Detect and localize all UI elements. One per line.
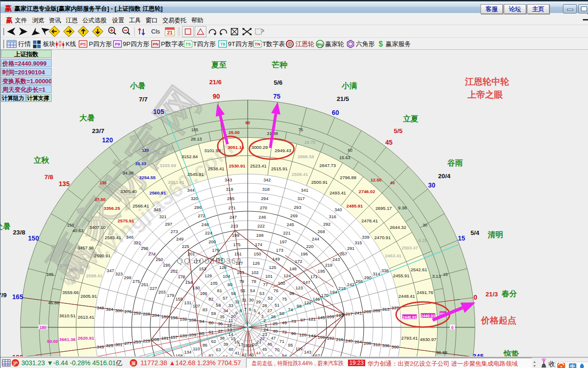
svg-text:23/8: 23/8 [13, 229, 26, 236]
svg-text:4830.97: 4830.97 [420, 337, 436, 342]
svg-text:51: 51 [274, 302, 280, 308]
svg-text:339: 339 [362, 234, 369, 240]
svg-text:144: 144 [308, 333, 316, 338]
svg-text:42: 42 [241, 352, 247, 357]
svg-text:298: 298 [141, 246, 148, 251]
svg-text:171: 171 [310, 274, 318, 279]
svg-text:48: 48 [273, 328, 278, 334]
svg-text:150: 150 [28, 234, 39, 242]
svg-text:265: 265 [364, 309, 371, 314]
svg-text:205: 205 [152, 337, 160, 342]
svg-text:314: 314 [373, 271, 380, 276]
svg-text:2583.41: 2583.41 [105, 235, 121, 240]
svg-text:31: 31 [241, 297, 247, 302]
svg-text:6: 6 [249, 307, 251, 312]
svg-text:271: 271 [228, 205, 236, 210]
svg-text:12: 12 [227, 322, 232, 328]
svg-text:75: 75 [273, 93, 281, 100]
svg-text:49: 49 [282, 320, 287, 325]
svg-text:45: 45 [262, 347, 267, 352]
svg-text:21/5: 21/5 [337, 95, 349, 102]
svg-text:2695.17: 2695.17 [375, 206, 392, 211]
svg-text:87: 87 [208, 353, 214, 357]
svg-text:121: 121 [308, 316, 316, 321]
svg-text:167: 167 [313, 353, 320, 357]
svg-text:18: 18 [243, 343, 248, 348]
svg-text:244: 244 [312, 236, 319, 241]
svg-text:大暑: 大暑 [80, 114, 95, 122]
svg-text:9P四方形: 9P四方形 [123, 40, 150, 47]
svg-text:2508.41: 2508.41 [292, 172, 308, 177]
svg-text:150: 150 [67, 223, 74, 227]
svg-text:180: 180 [40, 325, 47, 330]
svg-text:37: 37 [218, 328, 223, 334]
svg-text:316: 316 [329, 214, 336, 219]
svg-text:170: 170 [321, 293, 328, 298]
svg-text:2575.91: 2575.91 [118, 218, 134, 223]
svg-text:94: 94 [282, 353, 287, 357]
svg-text:36: 36 [218, 321, 223, 326]
svg-text:60: 60 [208, 320, 214, 325]
svg-text:110: 110 [193, 346, 200, 351]
svg-text:3305.40: 3305.40 [120, 189, 137, 194]
svg-text:220: 220 [306, 244, 314, 249]
svg-text:229: 229 [143, 338, 150, 343]
svg-text:2553.41: 2553.41 [168, 180, 184, 185]
svg-text:70: 70 [274, 347, 280, 352]
svg-text:75: 75 [298, 127, 303, 132]
svg-text:27: 27 [267, 308, 272, 313]
svg-text:122: 122 [304, 300, 311, 305]
svg-text:立秋: 立秋 [33, 156, 50, 164]
svg-text:53: 53 [260, 291, 265, 296]
svg-text:242: 242 [347, 282, 354, 287]
svg-text:2463.41: 2463.41 [385, 253, 401, 258]
svg-text:立夏: 立夏 [403, 114, 419, 123]
svg-text:中: 中 [570, 364, 575, 368]
svg-text:0: 0 [451, 325, 454, 330]
svg-text:81: 81 [217, 288, 222, 293]
svg-text:73: 73 [291, 319, 296, 324]
svg-text:75: 75 [282, 296, 287, 301]
svg-text:347: 347 [107, 268, 114, 273]
svg-text:219: 219 [325, 262, 333, 268]
svg-text:348: 348 [97, 305, 104, 310]
svg-text:228: 228 [143, 311, 150, 316]
svg-text:195: 195 [318, 268, 325, 274]
svg-text:300: 300 [115, 308, 122, 313]
svg-text:45: 45 [385, 139, 393, 146]
svg-text:343: 343 [225, 177, 232, 182]
svg-text:179: 179 [167, 293, 174, 298]
svg-text:147: 147 [303, 280, 310, 285]
svg-text:9.38: 9.38 [398, 205, 407, 210]
svg-text:32: 32 [234, 299, 240, 304]
svg-text:2448.41: 2448.41 [399, 294, 415, 299]
svg-text:2530.91: 2530.91 [229, 163, 246, 168]
svg-text:292: 292 [323, 221, 331, 227]
svg-text:9: 9 [235, 310, 238, 315]
svg-text:120: 120 [142, 148, 149, 153]
svg-text:324: 324 [106, 307, 114, 312]
svg-text:2500.91: 2500.91 [311, 180, 327, 185]
svg-text:谷雨: 谷雨 [447, 159, 463, 167]
svg-text:157: 157 [170, 335, 178, 340]
svg-text:104: 104 [223, 274, 230, 279]
svg-text:202: 202 [170, 268, 178, 274]
svg-text:12.50: 12.50 [371, 177, 382, 182]
svg-text:349: 349 [97, 344, 104, 349]
svg-text:2523.41: 2523.41 [250, 163, 267, 168]
svg-text:20/4: 20/4 [438, 173, 451, 180]
svg-text:218: 218 [338, 286, 346, 291]
svg-text:267: 267 [340, 251, 347, 256]
svg-text:313: 313 [382, 307, 389, 312]
svg-text:7/9: 7/9 [0, 292, 7, 299]
svg-text:3152.84: 3152.84 [181, 154, 198, 159]
svg-text:201: 201 [187, 251, 195, 256]
svg-text:274: 274 [148, 251, 156, 256]
svg-text:2746.02: 2746.02 [359, 189, 375, 194]
svg-text:345: 345 [473, 353, 484, 357]
svg-text:30: 30 [249, 297, 254, 302]
svg-text:146: 146 [313, 296, 320, 301]
svg-text:25.00: 25.00 [228, 130, 240, 135]
svg-text:P四方形: P四方形 [89, 40, 112, 47]
svg-text:夏至: 夏至 [211, 60, 227, 69]
